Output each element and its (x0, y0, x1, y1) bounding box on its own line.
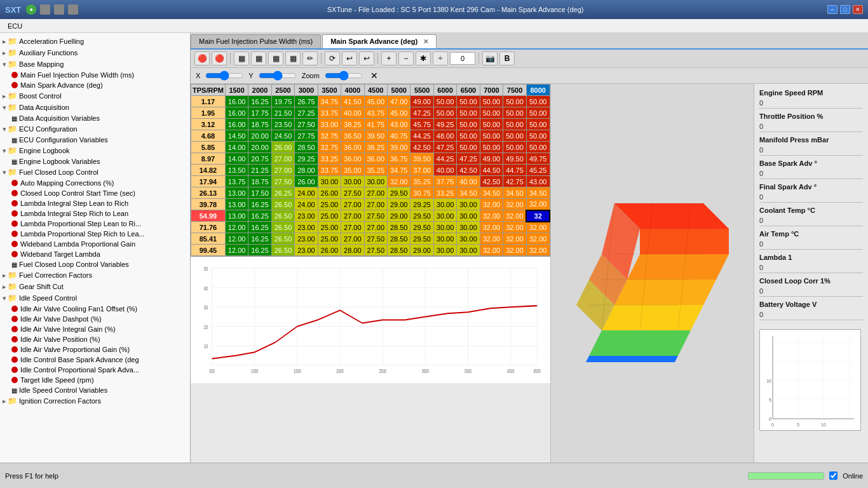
table-row[interactable]: 85.4112.0016.2526.5023.0025.0027.0027.50… (191, 233, 550, 245)
tb-btn-pencil[interactable]: ✏ (302, 51, 318, 65)
cell-2-13[interactable]: 50.00 (526, 119, 550, 130)
cell-4-9[interactable]: 47.25 (433, 142, 456, 153)
sidebar-item-9[interactable]: ▦ECU Configuration Variables (0, 135, 190, 145)
cell-1-0[interactable]: 16.00 (225, 107, 248, 119)
sidebar-item-23[interactable]: ▸📁Gear Shift Cut (0, 281, 190, 292)
cell-9-8[interactable]: 29.25 (410, 199, 433, 210)
cell-6-2[interactable]: 27.00 (271, 165, 294, 176)
cell-2-1[interactable]: 18.75 (248, 119, 271, 130)
cell-9-1[interactable]: 16.25 (248, 199, 271, 210)
minimize-button[interactable]: – (827, 5, 837, 14)
cell-9-5[interactable]: 27.00 (341, 199, 364, 210)
cell-3-13[interactable]: 50.00 (526, 130, 550, 142)
tb-btn-grid4[interactable]: ▦ (285, 51, 301, 65)
cell-7-4[interactable]: 30.00 (318, 176, 341, 187)
window-control-green[interactable]: ● (26, 4, 36, 15)
cell-1-13[interactable]: 50.00 (526, 107, 550, 119)
cell-7-1[interactable]: 18.75 (248, 176, 271, 187)
cell-10-11[interactable]: 32.00 (480, 210, 503, 222)
table-row[interactable]: 8.9714.0020.7527.0029.2533.2536.0036.003… (191, 153, 550, 165)
cell-3-10[interactable]: 50.00 (457, 130, 480, 142)
cell-13-8[interactable]: 29.00 (410, 245, 433, 256)
cell-3-12[interactable]: 50.00 (503, 130, 527, 142)
cell-3-2[interactable]: 24.50 (271, 130, 294, 142)
cell-8-13[interactable]: 34.50 (526, 187, 550, 199)
cell-11-3[interactable]: 23.00 (295, 222, 318, 233)
cell-12-0[interactable]: 12.00 (225, 233, 248, 245)
tb-btn-camera[interactable]: 📷 (482, 51, 498, 65)
cell-12-12[interactable]: 32.00 (503, 233, 527, 245)
cell-10-10[interactable]: 30.00 (457, 210, 480, 222)
cell-9-11[interactable]: 32.00 (480, 199, 503, 210)
table-row[interactable]: 4.6814.5020.0024.5027.7532.7536.5039.504… (191, 130, 550, 142)
cell-11-4[interactable]: 25.00 (318, 222, 341, 233)
cell-12-11[interactable]: 32.00 (480, 233, 503, 245)
cell-7-7[interactable]: 32.00 (387, 176, 410, 187)
sidebar-item-2[interactable]: ▾📁Base Mapping (0, 58, 190, 70)
cell-4-5[interactable]: 36.00 (341, 142, 364, 153)
x-slider[interactable] (205, 71, 243, 80)
cell-13-5[interactable]: 28.00 (341, 245, 364, 256)
cell-13-13[interactable]: 32.00 (526, 245, 550, 256)
cell-0-0[interactable]: 16.00 (225, 96, 248, 107)
sidebar-item-28[interactable]: Idle Air Valve Position (%) (0, 334, 190, 344)
cell-7-12[interactable]: 42.75 (503, 176, 527, 187)
y-slider[interactable] (259, 71, 297, 80)
cell-8-10[interactable]: 34.50 (457, 187, 480, 199)
cell-8-9[interactable]: 33.25 (433, 187, 456, 199)
cell-9-9[interactable]: 30.00 (433, 199, 456, 210)
cell-0-3[interactable]: 26.75 (295, 96, 318, 107)
cell-6-5[interactable]: 35.00 (341, 165, 364, 176)
cell-12-4[interactable]: 25.00 (318, 233, 341, 245)
cell-3-8[interactable]: 44.25 (410, 130, 433, 142)
cell-10-7[interactable]: 29.00 (387, 210, 410, 222)
cell-5-1[interactable]: 20.75 (248, 153, 271, 165)
sidebar-item-0[interactable]: ▸📁Acceleration Fuelling (0, 36, 190, 47)
cell-5-11[interactable]: 49.00 (480, 153, 503, 165)
cell-2-3[interactable]: 27.50 (295, 119, 318, 130)
cell-9-7[interactable]: 29.00 (387, 199, 410, 210)
cell-11-10[interactable]: 30.00 (457, 222, 480, 233)
sidebar-item-31[interactable]: Idle Control Proportional Spark Adva... (0, 365, 190, 375)
table-row[interactable]: 54.9913.0016.2526.5023.0025.0027.0027.50… (191, 210, 550, 222)
tb-btn-plus[interactable]: + (381, 51, 397, 65)
window-control-1[interactable] (40, 4, 50, 15)
sidebar-item-5[interactable]: ▸📁Boost Control (0, 90, 190, 102)
cell-10-2[interactable]: 26.50 (271, 210, 294, 222)
cell-3-3[interactable]: 27.75 (295, 130, 318, 142)
cell-7-5[interactable]: 30.00 (341, 176, 364, 187)
cell-11-13[interactable]: 32.00 (526, 222, 550, 233)
cell-13-3[interactable]: 23.00 (295, 245, 318, 256)
cell-5-0[interactable]: 14.00 (225, 153, 248, 165)
cell-5-9[interactable]: 44.25 (433, 153, 456, 165)
cell-13-10[interactable]: 30.00 (457, 245, 480, 256)
cell-0-6[interactable]: 45.00 (364, 96, 387, 107)
sidebar-item-3[interactable]: Main Fuel Injection Pulse Width (ms) (0, 70, 190, 80)
cell-5-10[interactable]: 47.25 (457, 153, 480, 165)
cell-10-5[interactable]: 27.00 (341, 210, 364, 222)
cell-11-2[interactable]: 26.50 (271, 222, 294, 233)
tb-btn-grid1[interactable]: ▦ (234, 51, 249, 65)
cell-6-13[interactable]: 45.25 (526, 165, 550, 176)
tb-btn-1[interactable]: 🔴 (194, 51, 210, 65)
cell-9-4[interactable]: 25.00 (318, 199, 341, 210)
cell-9-3[interactable]: 24.00 (295, 199, 318, 210)
cell-2-7[interactable]: 43.00 (387, 119, 410, 130)
cell-4-1[interactable]: 20.00 (248, 142, 271, 153)
cell-9-2[interactable]: 26.50 (271, 199, 294, 210)
tb-btn-grid2[interactable]: ▦ (251, 51, 266, 65)
tb-btn-bold[interactable]: B (499, 51, 515, 65)
cell-11-1[interactable]: 16.25 (248, 222, 271, 233)
table-row[interactable]: 26.1313.0017.5026.2524.0026.0027.5027.00… (191, 187, 550, 199)
cell-1-4[interactable]: 33.75 (318, 107, 341, 119)
cell-7-8[interactable]: 35.25 (410, 176, 433, 187)
cell-0-12[interactable]: 50.00 (503, 96, 527, 107)
sidebar-item-16[interactable]: Lambda Integral Step Rich to Lean (0, 208, 190, 219)
surface-close-icon[interactable]: ✕ (370, 71, 378, 81)
cell-11-5[interactable]: 27.00 (341, 222, 364, 233)
cell-13-0[interactable]: 12.00 (225, 245, 248, 256)
table-row[interactable]: 14.8213.5021.2527.0028.0033.7535.0035.25… (191, 165, 550, 176)
tb-btn-mult[interactable]: ✱ (416, 51, 431, 65)
cell-11-6[interactable]: 27.00 (364, 222, 387, 233)
cell-6-6[interactable]: 35.25 (364, 165, 387, 176)
